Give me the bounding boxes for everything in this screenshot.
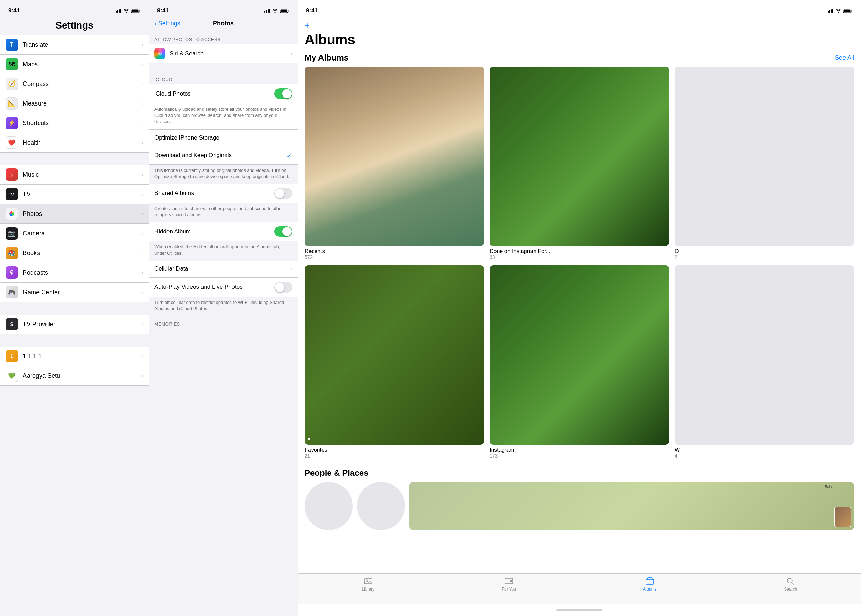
album-thumb-w bbox=[675, 266, 854, 445]
album-thumb-instagram bbox=[490, 266, 669, 445]
library-icon bbox=[364, 577, 373, 585]
shortcuts-chevron: › bbox=[142, 120, 143, 126]
places-map[interactable]: Bahu bbox=[409, 482, 854, 530]
toggle-thumb-shared bbox=[275, 189, 284, 198]
settings-item-compass[interactable]: 🧭 Compass › bbox=[0, 74, 149, 94]
icloud-photos-item[interactable]: iCloud Photos bbox=[149, 84, 298, 104]
compass-chevron: › bbox=[142, 81, 143, 86]
foryou-icon bbox=[504, 577, 513, 585]
albums-tab-label: Albums bbox=[643, 587, 657, 592]
shared-albums-item[interactable]: Shared Albums bbox=[149, 184, 298, 203]
icloud-photos-toggle[interactable] bbox=[274, 88, 292, 99]
optimize-storage-option[interactable]: Optimize iPhone Storage bbox=[149, 130, 298, 146]
album-thumb-instagram-done bbox=[490, 67, 669, 246]
cellular-data-label: Cellular Data bbox=[154, 266, 291, 272]
person-1[interactable] bbox=[305, 482, 353, 530]
album-o[interactable]: O 2 bbox=[675, 67, 854, 260]
settings-item-camera[interactable]: 📷 Camera › bbox=[0, 224, 149, 244]
settings-item-1111[interactable]: 1 1.1.1.1 › bbox=[0, 347, 149, 366]
svg-rect-15 bbox=[828, 11, 829, 13]
autoplay-item[interactable]: Auto-Play Videos and Live Photos bbox=[149, 278, 298, 297]
hidden-album-item[interactable]: Hidden Album bbox=[149, 222, 298, 241]
albums-icon bbox=[645, 577, 654, 585]
my-albums-title: My Albums bbox=[305, 53, 348, 63]
photos-label: Photos bbox=[23, 211, 142, 218]
allow-section-header: ALLOW PHOTOS TO ACCESS bbox=[149, 31, 298, 44]
album-count-favorites: 21 bbox=[305, 453, 484, 459]
shared-albums-label: Shared Albums bbox=[154, 190, 274, 196]
translate-label: Translate bbox=[23, 41, 142, 49]
toggle-thumb-autoplay bbox=[275, 283, 284, 292]
autoplay-toggle[interactable] bbox=[274, 282, 292, 292]
allow-card: Siri & Search › bbox=[149, 44, 298, 63]
album-w[interactable]: W 4 bbox=[675, 266, 854, 459]
books-app-icon: 📚 bbox=[5, 247, 18, 259]
settings-item-maps[interactable]: 🗺 Maps › bbox=[0, 55, 149, 74]
settings-item-photos[interactable]: Photos › bbox=[0, 204, 149, 224]
tab-albums[interactable]: Albums bbox=[579, 577, 720, 592]
my-albums-see-all[interactable]: See All bbox=[835, 54, 854, 61]
cellular-data-item[interactable]: Cellular Data › bbox=[149, 261, 298, 278]
wifi-icon bbox=[123, 9, 129, 13]
album-instagram[interactable]: Instagram 173 bbox=[490, 266, 669, 459]
gamecenter-chevron: › bbox=[142, 289, 143, 295]
photos-page-title: Photos bbox=[213, 20, 234, 27]
settings-item-translate[interactable]: T Translate › bbox=[0, 35, 149, 55]
settings-item-music[interactable]: ♪ Music › bbox=[0, 165, 149, 185]
tab-search[interactable]: Search bbox=[720, 577, 861, 592]
settings-item-measure[interactable]: 📐 Measure › bbox=[0, 94, 149, 113]
music-app-icon: ♪ bbox=[5, 168, 18, 181]
hidden-album-toggle[interactable] bbox=[274, 226, 292, 237]
download-originals-option[interactable]: Download and Keep Originals ✓ bbox=[149, 146, 298, 165]
health-chevron: › bbox=[142, 140, 143, 145]
album-count-instagram-done: 63 bbox=[490, 255, 669, 260]
siri-search-item[interactable]: Siri & Search › bbox=[149, 44, 298, 63]
settings-item-shortcuts[interactable]: ⚡ Shortcuts › bbox=[0, 113, 149, 133]
siri-swirl bbox=[157, 50, 163, 57]
settings-list: T Translate › 🗺 Maps › 🧭 Compass › 📐 bbox=[0, 35, 149, 616]
gamecenter-label: Game Center bbox=[23, 289, 142, 296]
tv-label: TV bbox=[23, 191, 142, 198]
maps-chevron: › bbox=[142, 61, 143, 67]
back-button[interactable]: ‹ Settings bbox=[154, 20, 181, 27]
status-icons-3 bbox=[828, 9, 853, 13]
books-chevron: › bbox=[142, 250, 143, 256]
photos-scroll-content: ALLOW PHOTOS TO ACCESS Siri & Search › I… bbox=[149, 31, 298, 616]
optimize-storage-label: Optimize iPhone Storage bbox=[154, 134, 292, 141]
battery-icon-2 bbox=[280, 9, 290, 13]
section-gap-2 bbox=[0, 302, 149, 314]
settings-item-tv[interactable]: tv TV › bbox=[0, 185, 149, 204]
gap-after-allow bbox=[149, 63, 298, 71]
compass-app-icon: 🧭 bbox=[5, 78, 18, 90]
album-favorites[interactable]: ♥ Favorites 21 bbox=[305, 266, 484, 459]
album-recents[interactable]: Recents 572 bbox=[305, 67, 484, 260]
album-name-favorites: Favorites bbox=[305, 447, 484, 453]
settings-item-health[interactable]: ❤️ Health › bbox=[0, 133, 149, 152]
shortcuts-app-icon: ⚡ bbox=[5, 117, 18, 129]
photos-app-icon bbox=[5, 207, 18, 220]
album-instagram-done[interactable]: Done on Instagram For... 63 bbox=[490, 67, 669, 260]
hidden-description: When enabled, the Hidden album will appe… bbox=[149, 241, 298, 260]
settings-item-tvprovider[interactable]: S TV Provider › bbox=[0, 314, 149, 334]
health-app-icon: ❤️ bbox=[5, 137, 18, 149]
settings-item-gamecenter[interactable]: 🎮 Game Center › bbox=[0, 283, 149, 302]
settings-item-podcasts[interactable]: 🎙 Podcasts › bbox=[0, 263, 149, 283]
svg-rect-7 bbox=[264, 11, 266, 13]
status-time-1: 9:41 bbox=[8, 7, 20, 14]
tab-library[interactable]: Library bbox=[298, 577, 439, 592]
add-album-button[interactable]: + bbox=[305, 20, 310, 31]
person-2[interactable] bbox=[357, 482, 405, 530]
settings-item-aarogya[interactable]: 💚 Aarogya Setu › bbox=[0, 366, 149, 386]
albums-title: Albums bbox=[305, 31, 854, 50]
svg-rect-20 bbox=[852, 10, 852, 12]
settings-item-books[interactable]: 📚 Books › bbox=[0, 244, 149, 263]
measure-label: Measure bbox=[23, 100, 142, 107]
shared-albums-toggle[interactable] bbox=[274, 188, 292, 199]
tab-foryou[interactable]: For You bbox=[439, 577, 580, 592]
tvprovider-app-icon: S bbox=[5, 318, 18, 330]
photos-settings-panel: 9:41 ‹ Settings Photos bbox=[149, 0, 298, 616]
status-time-2: 9:41 bbox=[157, 7, 169, 14]
album-thumb-recents bbox=[305, 67, 484, 246]
podcasts-app-icon: 🎙 bbox=[5, 266, 18, 279]
tv-chevron: › bbox=[142, 192, 143, 197]
